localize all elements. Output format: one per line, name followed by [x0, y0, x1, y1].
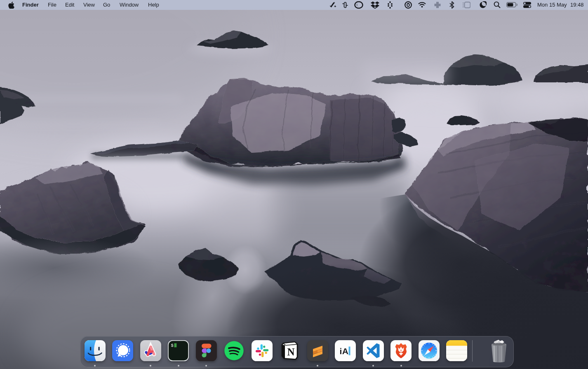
- svg-text:$: $: [171, 343, 174, 348]
- svg-text:N: N: [287, 346, 295, 357]
- svg-text:iA: iA: [340, 346, 349, 356]
